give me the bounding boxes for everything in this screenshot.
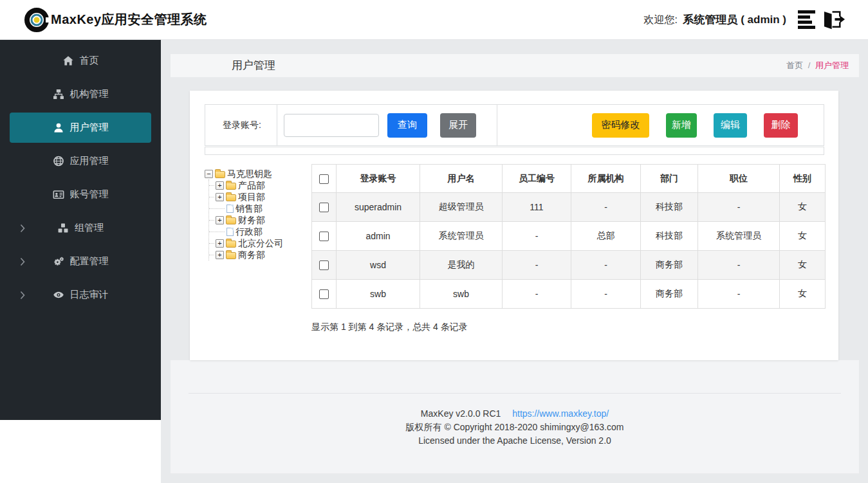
document-icon <box>226 228 234 236</box>
edit-button[interactable]: 编辑 <box>714 113 747 138</box>
home-icon <box>62 55 74 66</box>
sidebar-item-org[interactable]: 机构管理 <box>10 79 151 109</box>
sidebar-item-label: 机构管理 <box>70 88 109 100</box>
expander-minus-icon[interactable] <box>205 170 213 178</box>
column-header: 部门 <box>641 165 698 193</box>
query-button[interactable]: 查询 <box>387 113 427 138</box>
sidebar-item-home[interactable]: 首页 <box>10 46 151 76</box>
footer-divider <box>189 393 841 394</box>
column-header: 所属机构 <box>571 165 641 193</box>
footer-version-line: MaxKey v2.0.0 RC1 https://www.maxkey.top… <box>171 407 859 421</box>
login-account-input[interactable] <box>284 114 379 137</box>
welcome-prefix: 欢迎您: <box>644 14 678 25</box>
tree-node[interactable]: 销售部 <box>209 203 311 214</box>
folder-open-icon <box>215 171 225 178</box>
table-row[interactable]: wsd 是我的 - - 商务部 - 女 <box>312 251 826 280</box>
org-tree: 马克思钥匙 产品部 项目部 销售部 <box>205 164 311 333</box>
footer-version: MaxKey v2.0.0 RC1 <box>421 408 501 419</box>
sidebar-item-users[interactable]: 用户管理 <box>10 113 151 143</box>
footer-license: Licensed under the Apache License, Versi… <box>171 434 859 448</box>
row-checkbox[interactable] <box>319 289 329 299</box>
tree-children: 产品部 项目部 销售部 财务部 <box>208 179 311 260</box>
menu-lines-icon[interactable] <box>798 10 816 30</box>
cubes-icon <box>57 223 69 233</box>
sidebar-item-label: 日志审计 <box>70 289 109 301</box>
sitemap-icon <box>53 89 64 100</box>
row-checkbox[interactable] <box>319 260 329 270</box>
row-checkbox[interactable] <box>319 232 329 241</box>
pagination-summary: 显示第 1 到第 4 条记录，总共 4 条记录 <box>311 322 826 333</box>
table-row[interactable]: admin 系统管理员 - 总部 科技部 系统管理员 女 <box>312 222 826 251</box>
tree-node[interactable]: 项目部 <box>209 191 311 203</box>
tree-node[interactable]: 财务部 <box>209 214 311 226</box>
table-row[interactable]: swb swb - - 商务部 - 女 <box>312 280 826 309</box>
expand-button[interactable]: 展开 <box>440 113 476 138</box>
chevron-right-icon <box>20 224 25 233</box>
maxkey-link[interactable]: https://www.maxkey.top/ <box>512 408 609 419</box>
column-header: 性别 <box>780 165 826 193</box>
tree-node[interactable]: 商务部 <box>209 249 311 260</box>
add-button[interactable]: 新增 <box>666 113 697 138</box>
tree-node[interactable]: 产品部 <box>209 179 311 191</box>
expander-plus-icon[interactable] <box>216 239 224 248</box>
page-title: 用户管理 <box>232 54 275 77</box>
folder-icon <box>226 194 236 201</box>
folder-icon <box>226 217 236 224</box>
table-row[interactable]: superadmin 超级管理员 111 - 科技部 - 女 <box>312 193 826 222</box>
sidebar-item-label: 配置管理 <box>70 255 109 268</box>
welcome-user: 系统管理员 ( admin ) <box>683 14 786 26</box>
search-label: 登录账号: <box>223 120 261 131</box>
sidebar-item-accounts[interactable]: 账号管理 <box>10 179 151 210</box>
sidebar-item-groups[interactable]: 组管理 <box>10 213 151 243</box>
top-header: MaxKey应用安全管理系统 欢迎您: 系统管理员 ( admin ) <box>0 0 868 40</box>
column-header: 用户名 <box>420 165 503 193</box>
main-row: 马克思钥匙 产品部 项目部 销售部 <box>205 164 826 333</box>
chevron-right-icon <box>20 291 25 300</box>
footer-copyright: 版权所有 © Copyright 2018-2020 shimingxy@163… <box>171 421 859 434</box>
tree-node[interactable]: 行政部 <box>209 226 311 237</box>
gears-icon <box>53 256 64 267</box>
delete-button[interactable]: 删除 <box>764 113 798 138</box>
search-toolbar: 登录账号: 查询 展开 密码修改 新增 编辑 删除 <box>205 104 824 146</box>
maxkey-logo-icon <box>24 8 49 32</box>
sidebar-item-apps[interactable]: 应用管理 <box>10 146 151 176</box>
select-all-checkbox[interactable] <box>319 174 329 184</box>
expander-plus-icon[interactable] <box>216 251 224 259</box>
expander-plus-icon[interactable] <box>216 193 224 201</box>
folder-icon <box>226 252 236 259</box>
column-header: 职位 <box>698 165 780 193</box>
breadcrumb: 首页 / 用户管理 <box>786 54 849 77</box>
search-input-cell: 查询 展开 <box>277 105 497 145</box>
tree-node-root[interactable]: 马克思钥匙 <box>205 168 311 179</box>
column-header: 员工编号 <box>503 165 571 193</box>
breadcrumb-separator: / <box>808 60 811 70</box>
eye-icon <box>53 289 64 300</box>
expander-plus-icon[interactable] <box>216 181 224 190</box>
sidebar-item-label: 账号管理 <box>70 188 109 201</box>
row-checkbox[interactable] <box>319 203 329 212</box>
users-table-wrap: 登录账号 用户名 员工编号 所属机构 部门 职位 性别 superadmin 超… <box>311 164 826 333</box>
user-icon <box>53 122 64 133</box>
folder-icon <box>226 183 236 190</box>
sidebar-item-label: 用户管理 <box>70 122 109 134</box>
folder-icon <box>226 241 236 248</box>
change-password-button[interactable]: 密码修改 <box>592 113 649 138</box>
sidebar-item-label: 组管理 <box>75 222 104 234</box>
table-header-row: 登录账号 用户名 员工编号 所属机构 部门 职位 性别 <box>312 165 826 193</box>
header-right: 欢迎您: 系统管理员 ( admin ) <box>644 10 868 30</box>
sidebar: 首页 机构管理 用户管理 应用管理 <box>0 40 161 420</box>
search-label-cell: 登录账号: <box>205 105 277 145</box>
page-header-bar: 用户管理 首页 / 用户管理 <box>171 54 859 77</box>
logout-door-icon[interactable] <box>822 10 846 30</box>
sidebar-item-label: 应用管理 <box>70 155 109 167</box>
main-card: 登录账号: 查询 展开 密码修改 新增 编辑 删除 马克思钥匙 <box>190 91 838 360</box>
sidebar-item-config[interactable]: 配置管理 <box>10 246 151 277</box>
tree-node[interactable]: 北京分公司 <box>209 237 311 249</box>
document-icon <box>226 205 234 213</box>
advanced-search-collapsed-strip <box>205 147 824 155</box>
action-buttons: 密码修改 新增 编辑 删除 <box>497 105 824 145</box>
breadcrumb-current: 用户管理 <box>815 60 849 70</box>
sidebar-item-audit[interactable]: 日志审计 <box>10 280 151 310</box>
breadcrumb-home[interactable]: 首页 <box>786 60 803 70</box>
expander-plus-icon[interactable] <box>216 216 224 224</box>
